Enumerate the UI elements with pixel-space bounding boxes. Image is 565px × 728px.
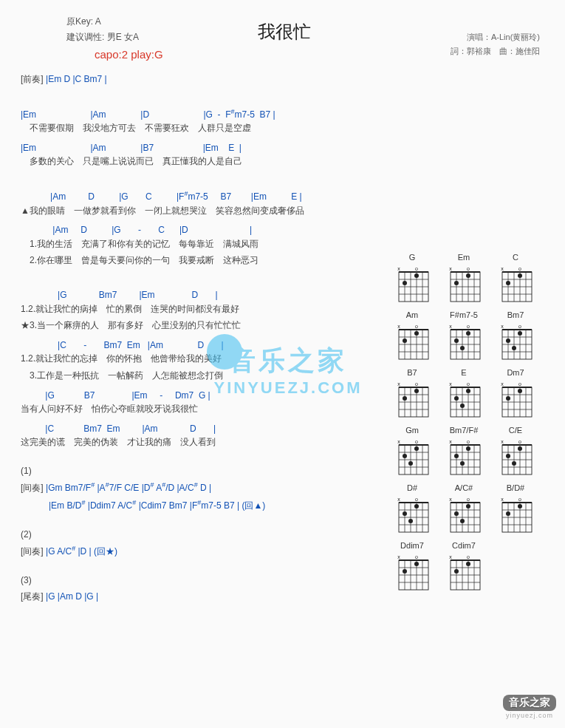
chord-diagram: Cxo: [493, 253, 538, 306]
chord-diagram-grid: xo: [389, 495, 435, 537]
pre-chords-2: |Am D |G - C |D |: [21, 223, 547, 237]
chord-diagram-grid: xo: [493, 380, 538, 421]
meta-left: 原Key: A 建议调性: 男E 女A: [66, 15, 139, 45]
svg-point-130: [414, 446, 419, 451]
verse1-lyric-1: 不需要假期 我没地方可去 不需要狂欢 人群只是空虚: [21, 121, 547, 135]
svg-point-158: [518, 446, 522, 451]
svg-point-35: [506, 281, 510, 285]
svg-point-62: [466, 331, 470, 336]
svg-text:o: o: [415, 381, 418, 387]
verse1-lyric-2: 多数的关心 只是嘴上说说而已 真正懂我的人是自己: [21, 154, 547, 169]
svg-point-200: [518, 504, 522, 508]
svg-text:o: o: [467, 324, 470, 329]
svg-text:x: x: [397, 497, 400, 502]
svg-text:o: o: [518, 439, 521, 444]
chord-diagram-name: Cdim7: [441, 541, 487, 551]
chord-diagram: A/C#xo: [441, 483, 487, 537]
svg-text:x: x: [397, 554, 400, 559]
chord-diagram: B7xo: [389, 368, 435, 421]
svg-text:x: x: [501, 266, 504, 271]
svg-point-49: [414, 331, 419, 336]
svg-point-186: [466, 504, 470, 508]
svg-text:o: o: [467, 266, 470, 271]
suggested-tuning: 建议调性: 男E 女A: [66, 30, 139, 44]
svg-point-131: [408, 461, 413, 466]
svg-text:o: o: [518, 497, 521, 502]
chord-diagram-grid: xo: [389, 380, 435, 421]
chord-diagram-grid: xo: [389, 553, 435, 594]
svg-point-36: [518, 273, 522, 278]
svg-text:o: o: [467, 439, 470, 444]
chord-diagram: F#m7-5xo: [441, 310, 487, 364]
svg-point-61: [454, 339, 459, 343]
svg-point-185: [454, 511, 459, 516]
svg-text:x: x: [501, 439, 504, 444]
svg-point-172: [414, 504, 419, 508]
chord-diagram: B/D#xo: [493, 483, 538, 537]
chord-diagram-grid: xo: [441, 495, 487, 537]
svg-text:x: x: [449, 324, 452, 329]
chord-diagram: Ddim7xo: [389, 541, 435, 594]
chord-diagram-name: Gm: [389, 426, 435, 436]
svg-point-212: [403, 569, 407, 574]
logo-en: yinyuezj.com: [503, 712, 556, 719]
svg-point-171: [403, 511, 407, 516]
svg-point-77: [512, 346, 516, 350]
svg-point-144: [466, 446, 470, 451]
intro-row: [前奏] |Em D |C Bm7 |: [21, 72, 547, 86]
svg-point-89: [403, 396, 407, 401]
svg-point-48: [403, 339, 407, 343]
svg-point-129: [403, 454, 407, 458]
pre-lyric-2a: 1.我的生活 充满了和你有关的记忆 每每靠近 满城风雨: [21, 237, 547, 251]
svg-point-145: [460, 461, 465, 466]
header: 原Key: A 建议调性: 男E 女A 我很忙 演唱：A-Lin(黄丽玲) 詞：…: [21, 13, 547, 72]
chord-diagram-grid: xo: [493, 265, 538, 306]
chord-diagram-grid: xo: [493, 322, 538, 364]
site-logo: 音乐之家 yinyuezj.com: [503, 695, 556, 719]
chord-diagram-grid: xo: [441, 438, 487, 479]
svg-point-157: [506, 454, 510, 458]
chord-diagram-grid: xo: [441, 265, 487, 306]
svg-point-173: [408, 519, 413, 523]
chord-diagram-grid: xo: [441, 553, 487, 594]
singer: 演唱：A-Lin(黄丽玲): [451, 31, 540, 44]
chord-diagram: Gmxo: [389, 426, 435, 479]
svg-text:o: o: [415, 497, 418, 502]
chord-diagram-name: C: [493, 253, 538, 263]
chord-diagram-name: D#: [389, 483, 435, 494]
svg-point-226: [466, 562, 470, 566]
svg-point-143: [454, 454, 459, 458]
svg-text:x: x: [449, 439, 452, 444]
svg-text:x: x: [449, 381, 452, 387]
svg-point-75: [506, 339, 510, 343]
svg-point-23: [466, 273, 470, 278]
meta-right: 演唱：A-Lin(黄丽玲) 詞：郭裕康 曲：施佳阳: [451, 31, 540, 59]
svg-point-116: [506, 396, 510, 401]
svg-text:o: o: [415, 266, 418, 271]
svg-point-104: [460, 404, 465, 408]
chord-diagrams-panel: GxoEmxoCxoAmxoF#m7-5xoBm7xoB7xoExoDm7xoG…: [389, 253, 552, 594]
chord-diagram-grid: xo: [389, 265, 435, 306]
chord-diagram: Emxo: [441, 253, 487, 306]
chord-diagram-name: Bm7/F#: [441, 426, 487, 436]
chord-diagram-name: Am: [389, 310, 435, 321]
chord-diagram: Cdim7xo: [441, 541, 487, 594]
svg-text:x: x: [501, 381, 504, 387]
svg-text:x: x: [449, 554, 452, 559]
svg-text:x: x: [449, 266, 452, 271]
chord-diagram-grid: xo: [493, 438, 538, 479]
svg-text:x: x: [397, 324, 400, 329]
chord-diagram-name: Dm7: [493, 368, 538, 378]
intro-label: [前奏]: [21, 74, 44, 84]
pre-chords-1: |Am D |G C |F#m7-5 B7 |Em E |: [21, 189, 547, 204]
chord-diagram-name: B/D#: [493, 483, 538, 494]
svg-text:o: o: [467, 381, 470, 387]
svg-point-9: [403, 281, 407, 285]
svg-point-102: [454, 396, 459, 401]
svg-point-117: [518, 389, 522, 393]
svg-text:x: x: [501, 497, 504, 502]
chord-diagram-name: Bm7: [493, 310, 538, 321]
credits: 詞：郭裕康 曲：施佳阳: [451, 45, 540, 58]
svg-point-10: [414, 273, 419, 278]
original-key: 原Key: A: [66, 15, 139, 29]
